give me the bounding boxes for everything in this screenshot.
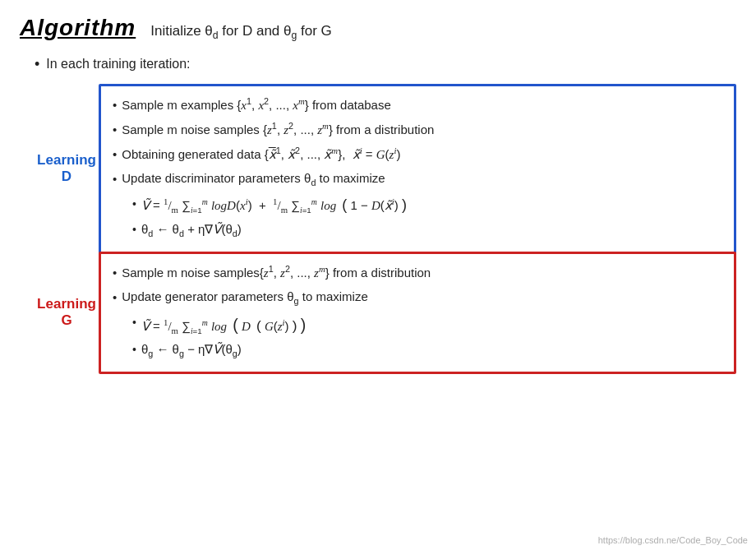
d-item-1-text: Sample m examples {x1, x2, ..., xm} from… bbox=[122, 95, 391, 115]
d-item-1: • Sample m examples {x1, x2, ..., xm} fr… bbox=[113, 95, 721, 115]
d-item-2: • Sample m noise samples {z1, z2, ..., z… bbox=[113, 119, 721, 140]
algorithm-title: Algorithm bbox=[20, 15, 136, 41]
blue-box: • Sample m examples {x1, x2, ..., xm} fr… bbox=[99, 84, 736, 254]
bullet: • bbox=[113, 95, 117, 114]
bullet: • bbox=[132, 196, 136, 214]
top-bullet: • In each training iteration: bbox=[35, 54, 736, 75]
header-description: Initialize θd for D and θg for G bbox=[150, 23, 332, 41]
g-item-2-text: Update generator parameters θg to maximi… bbox=[122, 287, 368, 308]
d-item-4: • Update discriminator parameters θd to … bbox=[113, 169, 721, 190]
learning-d-label: LearningD bbox=[35, 84, 99, 254]
top-bullet-label: In each training iteration: bbox=[46, 54, 190, 74]
bullet: • bbox=[132, 341, 136, 359]
header: Algorithm Initialize θd for D and θg for… bbox=[20, 15, 736, 41]
bullet-dot: • bbox=[35, 54, 39, 75]
red-box: • Sample m noise samples{z1, z2, ..., zm… bbox=[99, 252, 736, 374]
bullet: • bbox=[113, 288, 117, 307]
d-item-2-text: Sample m noise samples {z1, z2, ..., zm}… bbox=[122, 119, 434, 140]
g-subitem-1: • Ṽ = 1/m ∑i=1m log ( D ( G(zi) ) ) bbox=[132, 312, 721, 338]
g-subitem-2-text: θg ← θg − η∇Ṽ(θg) bbox=[141, 340, 242, 361]
watermark: https://blog.csdn.ne/Code_Boy_Code bbox=[598, 535, 748, 545]
g-item-1: • Sample m noise samples{z1, z2, ..., zm… bbox=[113, 262, 721, 283]
d-subitem-1: • Ṽ = 1/m ∑i=1m logD(xi) + 1/m ∑i=1m log… bbox=[132, 194, 721, 217]
d-item-3: • Obtaining generated data {x̃1, x̃2, ..… bbox=[113, 144, 721, 164]
bullet: • bbox=[113, 169, 117, 188]
d-item-4-text: Update discriminator parameters θd to ma… bbox=[122, 169, 385, 190]
d-subitem-2: • θd ← θd + η∇Ṽ(θd) bbox=[132, 220, 721, 241]
bullet: • bbox=[113, 120, 117, 139]
g-subitem-2: • θg ← θg − η∇Ṽ(θg) bbox=[132, 340, 721, 361]
learning-g-label: LearningG bbox=[35, 252, 99, 374]
g-item-1-text: Sample m noise samples{z1, z2, ..., zm} … bbox=[122, 262, 431, 283]
blue-box-row: LearningD • Sample m examples {x1, x2, .… bbox=[35, 84, 736, 254]
bullet: • bbox=[132, 221, 136, 239]
d-subitem-1-text: Ṽ = 1/m ∑i=1m logD(xi) + 1/m ∑i=1m log (… bbox=[141, 194, 407, 217]
bullet: • bbox=[113, 263, 117, 282]
bullet: • bbox=[132, 314, 136, 332]
bullet: • bbox=[113, 145, 117, 164]
d-item-3-text: Obtaining generated data {x̃1, x̃2, ...,… bbox=[122, 144, 400, 164]
page: Algorithm Initialize θd for D and θg for… bbox=[0, 0, 756, 550]
main-boxes: LearningD • Sample m examples {x1, x2, .… bbox=[35, 84, 736, 375]
d-subitem-2-text: θd ← θd + η∇Ṽ(θd) bbox=[141, 220, 242, 241]
g-item-2: • Update generator parameters θg to maxi… bbox=[113, 287, 721, 308]
g-subitem-1-text: Ṽ = 1/m ∑i=1m log ( D ( G(zi) ) ) bbox=[141, 312, 306, 338]
red-box-row: LearningG • Sample m noise samples{z1, z… bbox=[35, 252, 736, 374]
